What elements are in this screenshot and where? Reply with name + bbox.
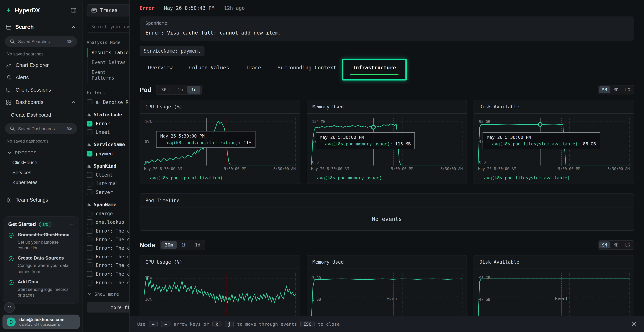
x-axis: May 26 8:30:00 AM 9:00:00 PM 8:30:00 AM <box>311 167 462 172</box>
sidebar-nav: Chart ExplorerAlertsClient SessionsDashb… <box>0 59 82 108</box>
preset-clickhouse[interactable]: ClickHouse <box>0 158 82 168</box>
filter-group-spankind[interactable]: SpanKind <box>86 163 134 169</box>
chart-plot[interactable]: 93 GB47 GB Event <box>478 273 630 316</box>
checkbox[interactable] <box>86 99 92 105</box>
filter-option-unset[interactable]: Unset <box>86 128 134 136</box>
analysis-mode-tabs: Results TableEvent DeltasEvent Patterns <box>86 48 134 83</box>
x-axis: May 26 8:30:00 AM 9:00:00 PM 8:30:00 AM <box>478 167 630 172</box>
event-search-input[interactable]: Search your ev <box>86 21 134 33</box>
help-button[interactable]: ? <box>4 302 15 313</box>
checkbox[interactable] <box>86 129 92 135</box>
y-axis-tick: 0% <box>145 160 149 164</box>
chart-plot[interactable]: 134 MB67 MB0 B May 26 5:30:00 PM — avg(k… <box>311 118 462 166</box>
checkbox[interactable] <box>86 271 92 276</box>
checkbox[interactable] <box>86 262 92 268</box>
checkbox[interactable] <box>86 219 92 225</box>
pod-size-sm[interactable]: SM <box>599 86 610 93</box>
node-size-lg[interactable]: LG <box>622 242 633 248</box>
filter-option-internal[interactable]: Internal <box>86 179 134 188</box>
tab-infrastructure[interactable]: Infrastructure <box>344 59 404 77</box>
filter-group-statuscode[interactable]: StatusCode <box>86 112 134 118</box>
filter-option-error-the-cr[interactable]: Error: The cr <box>86 244 134 252</box>
checkbox[interactable] <box>86 180 92 186</box>
node-range-1d[interactable]: 1d <box>191 241 204 249</box>
preset-services[interactable]: Services <box>0 168 82 178</box>
app-root: HyperDX Search Saved Searches ⌘K No save… <box>0 0 644 332</box>
node-range-30m[interactable]: 30m <box>161 241 177 249</box>
node-size-md[interactable]: MD <box>611 242 622 248</box>
user-menu[interactable]: D dale@clickhouse.com dale@clickhouse.co… <box>2 315 80 329</box>
more-filters-button[interactable]: More fil <box>86 302 134 312</box>
pod-range-1h[interactable]: 1h <box>174 86 187 94</box>
tab-surrounding-context[interactable]: Surrounding Context <box>269 59 344 77</box>
team-settings-link[interactable]: Team Settings <box>0 194 82 206</box>
service-name-tag[interactable]: ServiceName: payment <box>140 46 205 56</box>
pod-range-1d[interactable]: 1d <box>188 86 200 94</box>
filter-group-servicename[interactable]: ServiceName <box>86 142 134 148</box>
filter-option-dns-lookup[interactable]: dns.lookup <box>86 218 134 226</box>
show-more-toggle[interactable]: Show more <box>86 291 134 297</box>
checkbox[interactable] <box>86 254 92 260</box>
filter-option-server[interactable]: Server <box>86 188 134 196</box>
chart-plot[interactable]: 16%8%0% May 26 5:30:00 PM — avg(k8s.pod.… <box>144 118 296 166</box>
checkbox[interactable] <box>86 280 92 285</box>
filter-option-error-the-cr[interactable]: Error: The cr <box>86 252 134 261</box>
checkbox[interactable] <box>86 189 92 195</box>
get-started-header[interactable]: Get Started 3/3 <box>8 222 74 227</box>
checkbox[interactable] <box>86 120 92 126</box>
analysis-mode-event-deltas[interactable]: Event Deltas <box>86 58 134 67</box>
pod-size-lg[interactable]: LG <box>622 86 633 93</box>
analysis-mode-event-patterns[interactable]: Event Patterns <box>86 68 134 83</box>
search-section-header[interactable]: Search <box>0 19 82 34</box>
node-range-1h[interactable]: 1h <box>178 241 190 249</box>
get-started-item-add-data[interactable]: Add DataStart sending logs, metrics, or … <box>8 279 74 298</box>
sidebar-item-client-sessions[interactable]: Client Sessions <box>0 84 82 96</box>
presets-toggle[interactable]: PRESETS <box>0 146 82 158</box>
saved-searches-input[interactable]: Saved Searches ⌘K <box>5 36 77 47</box>
filter-option-error-the-cr[interactable]: Error: The cr <box>86 278 134 286</box>
pod-section-title: Pod <box>140 86 151 93</box>
preset-kubernetes[interactable]: Kubernetes <box>0 178 82 187</box>
sidebar-item-chart-explorer[interactable]: Chart Explorer <box>0 59 82 72</box>
checkbox[interactable] <box>86 150 92 156</box>
sidebar-item-dashboards[interactable]: Dashboards <box>0 96 82 108</box>
filter-option-payment[interactable]: payment <box>86 149 134 158</box>
checkbox[interactable] <box>86 245 92 251</box>
tab-trace[interactable]: Trace <box>238 59 269 77</box>
tab-overview[interactable]: Overview <box>140 59 181 77</box>
analysis-mode-results-table[interactable]: Results Table <box>86 48 134 58</box>
source-select[interactable]: Traces <box>86 4 134 16</box>
filter-option-client[interactable]: Client <box>86 170 134 179</box>
chart-plot[interactable]: 3 GB1 GB Event <box>311 273 462 316</box>
filter-group-label: SpanKind <box>94 163 116 169</box>
get-started-item-create-data-sources[interactable]: Create Data SourcesConfigure where your … <box>8 255 74 274</box>
create-dashboard-button[interactable]: + Create Dashboard <box>0 108 82 122</box>
checkbox[interactable] <box>86 228 92 234</box>
denoise-toggle[interactable]: ◐ Denoise Re <box>86 98 134 106</box>
collapse-sidebar-icon[interactable] <box>71 7 76 13</box>
filter-option-label: Error: The cr <box>96 245 133 251</box>
chart-plot[interactable]: 32%16% Event <box>144 273 296 316</box>
filter-option-error-the-cr[interactable]: Error: The cr <box>86 226 134 235</box>
pod-range-30m[interactable]: 30m <box>158 86 173 94</box>
tab-column-values[interactable]: Column Values <box>181 59 238 77</box>
close-drawer-button[interactable] <box>631 321 637 327</box>
checkbox[interactable] <box>86 236 92 242</box>
filter-option-charge[interactable]: charge <box>86 209 134 218</box>
checkbox[interactable] <box>86 210 92 216</box>
chart-plot[interactable]: 93 GB47 GB0 B May 26 5:30:00 PM — avg(k8… <box>478 118 630 166</box>
sidebar-item-alerts[interactable]: Alerts <box>0 72 82 84</box>
filter-option-error[interactable]: Error <box>86 119 134 128</box>
pod-size-md[interactable]: MD <box>611 86 622 93</box>
node-size-sm[interactable]: SM <box>599 242 610 248</box>
pod-charts-row: CPU Usage (%) 16%8%0% May 26 5:30:00 PM … <box>140 100 634 184</box>
filter-option-error-the-cr[interactable]: Error: The cr <box>86 261 134 270</box>
saved-dashboards-input[interactable]: Saved Dashboards ⌘K <box>5 123 77 134</box>
event-marker-line <box>226 273 226 316</box>
filter-group-spanname[interactable]: SpanName <box>86 202 134 207</box>
get-started-item-connect-to-clickhouse[interactable]: Connect to ClickHouseSet up your databas… <box>8 232 74 250</box>
checkbox[interactable] <box>86 172 92 178</box>
filter-option-error-the-cr[interactable]: Error: The cr <box>86 270 134 278</box>
filter-option-error-the-cr[interactable]: Error: The cr <box>86 235 134 244</box>
filter-groups: StatusCodeErrorUnsetServiceNamepaymentSp… <box>86 112 134 287</box>
